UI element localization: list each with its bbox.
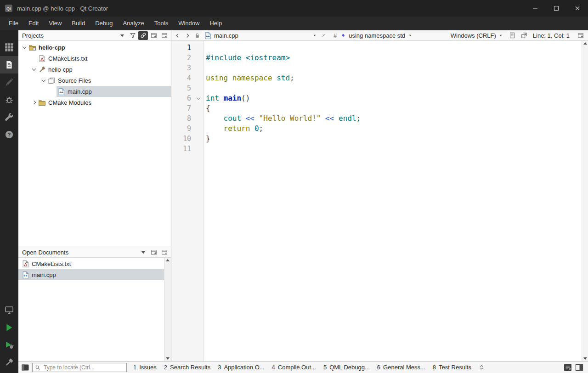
chevron-right-icon[interactable] (31, 99, 37, 106)
close-document-button[interactable] (320, 31, 328, 40)
code-line[interactable]: int main() (206, 93, 582, 103)
code-line[interactable]: return 0; (206, 124, 582, 134)
go-back-button[interactable] (173, 31, 182, 40)
menu-edit[interactable]: Edit (23, 17, 44, 30)
code-token: ; (290, 73, 294, 82)
progress-details-button[interactable] (563, 363, 572, 372)
menu-window[interactable]: Window (173, 17, 204, 30)
fold-column[interactable] (194, 95, 203, 102)
scroll-up-icon[interactable] (166, 259, 170, 261)
split-editor-button[interactable] (576, 31, 585, 40)
open-documents-scrollbar[interactable] (164, 258, 171, 361)
editor-code[interactable]: #include <iostream>using namespace std;i… (204, 41, 582, 361)
locator[interactable] (32, 363, 127, 372)
output-pane-general-mess[interactable]: 6General Mess... (373, 362, 429, 373)
code-line[interactable] (206, 43, 582, 53)
code-line[interactable]: } (206, 134, 582, 144)
menu-tools[interactable]: Tools (149, 17, 173, 30)
minimize-button[interactable] (525, 0, 546, 17)
tree-item-hello-cpp[interactable]: hello-cpp (18, 42, 171, 53)
menu-file[interactable]: File (4, 17, 23, 30)
file-encoding-icon[interactable] (520, 31, 529, 40)
output-pane-search-results[interactable]: 2Search Results (160, 362, 214, 373)
filter-button[interactable] (128, 31, 137, 40)
code-line[interactable] (206, 144, 582, 154)
code-token: #include <iostream> (206, 53, 290, 62)
code-line[interactable] (206, 83, 582, 93)
line-ending-dropdown[interactable]: Windows (CRLF) (451, 32, 503, 39)
mode-welcome[interactable] (0, 39, 18, 56)
panel-dropdown-button[interactable] (138, 248, 148, 257)
code-line[interactable]: #include <iostream> (206, 53, 582, 63)
menu-build[interactable]: Build (67, 17, 90, 30)
open-document-dropdown[interactable]: ++ main.cpp (202, 31, 319, 40)
output-pane-qml-debugg[interactable]: 5QML Debugg... (320, 362, 373, 373)
mode-build[interactable] (0, 354, 18, 371)
gutter-row: 8 (171, 113, 203, 124)
tree-item-source-files[interactable]: Source Files (18, 75, 171, 86)
menu-view[interactable]: View (44, 17, 67, 30)
mode-projects[interactable] (0, 108, 18, 126)
output-pane-updown-icon[interactable] (478, 363, 486, 372)
fold-marker-icon[interactable] (195, 95, 202, 102)
mode-run[interactable] (0, 319, 18, 336)
chevron-down-icon[interactable] (31, 66, 37, 73)
code-line[interactable]: using namespace std; (206, 73, 582, 83)
output-pane-application-o[interactable]: 3Application O... (214, 362, 268, 373)
scroll-down-icon[interactable] (583, 357, 587, 360)
gutter-row: 3 (171, 63, 203, 73)
split-button[interactable] (149, 248, 158, 257)
editor-toolbar-right: Windows (CRLF) Line: 1, Col: 1 (451, 31, 587, 40)
output-pane-test-results[interactable]: 8Test Results (429, 362, 475, 373)
menu-debug[interactable]: Debug (90, 17, 118, 30)
symbol-context-dropdown[interactable]: using namespace std (338, 32, 450, 39)
mode-debug-run[interactable] (0, 336, 18, 354)
tree-item-cmakelists-txt[interactable]: CMakeLists.txt (18, 53, 171, 64)
go-forward-button[interactable] (183, 31, 192, 40)
code-token (228, 73, 232, 82)
menu-analyze[interactable]: Analyze (118, 17, 149, 30)
tree-item-main-cpp[interactable]: ++main.cpp (18, 86, 171, 97)
code-line[interactable]: { (206, 103, 582, 113)
svg-text:Qt: Qt (6, 6, 11, 11)
menu-help[interactable]: Help (204, 17, 227, 30)
mode-edit[interactable] (0, 56, 18, 73)
tree-item-hello-cpp[interactable]: hello-cpp (18, 64, 171, 75)
document-properties-icon[interactable] (508, 31, 517, 40)
code-token: namespace (232, 73, 272, 82)
open-doc-cmakelists-txt[interactable]: CMakeLists.txt (18, 258, 164, 269)
chevron-down-icon[interactable] (40, 77, 47, 84)
toggle-right-sidebar-button[interactable] (575, 363, 583, 372)
editor-body: 1234567891011 #include <iostream>using n… (171, 41, 588, 361)
mode-help[interactable]: ? (0, 126, 18, 143)
locator-input[interactable] (43, 364, 124, 371)
code-line[interactable]: cout << "Hello World!" << endl; (206, 113, 582, 124)
close-split-button[interactable] (159, 248, 169, 257)
scroll-down-icon[interactable] (166, 357, 170, 360)
code-line[interactable] (206, 63, 582, 73)
gutter-row: 11 (171, 144, 203, 154)
mode-kit-selector[interactable] (0, 301, 18, 319)
svg-text:?: ? (8, 132, 11, 137)
toggle-left-sidebar-button[interactable] (21, 363, 29, 372)
scroll-up-icon[interactable] (583, 42, 587, 45)
mode-design[interactable] (0, 73, 18, 91)
mode-debug[interactable] (0, 91, 18, 108)
line-number: 5 (171, 84, 194, 92)
open-doc-main-cpp[interactable]: ++main.cpp (18, 269, 164, 280)
close-split-button[interactable] (159, 31, 169, 40)
svg-text:++: ++ (206, 34, 210, 39)
close-button[interactable] (567, 0, 588, 17)
output-pane-issues[interactable]: 1Issues (130, 362, 160, 373)
output-pane-compile-out[interactable]: 4Compile Out... (268, 362, 320, 373)
split-button[interactable] (149, 31, 158, 40)
panel-dropdown-button[interactable] (117, 31, 127, 40)
tree-indent (18, 102, 31, 103)
sync-with-editor-button[interactable] (138, 31, 148, 40)
code-token: ; (356, 114, 361, 123)
maximize-button[interactable] (546, 0, 567, 17)
editor-scrollbar[interactable] (582, 41, 588, 361)
chevron-down-icon[interactable] (21, 44, 28, 51)
tree-indent (18, 91, 50, 92)
tree-item-cmake-modules[interactable]: CMake Modules (18, 97, 171, 108)
